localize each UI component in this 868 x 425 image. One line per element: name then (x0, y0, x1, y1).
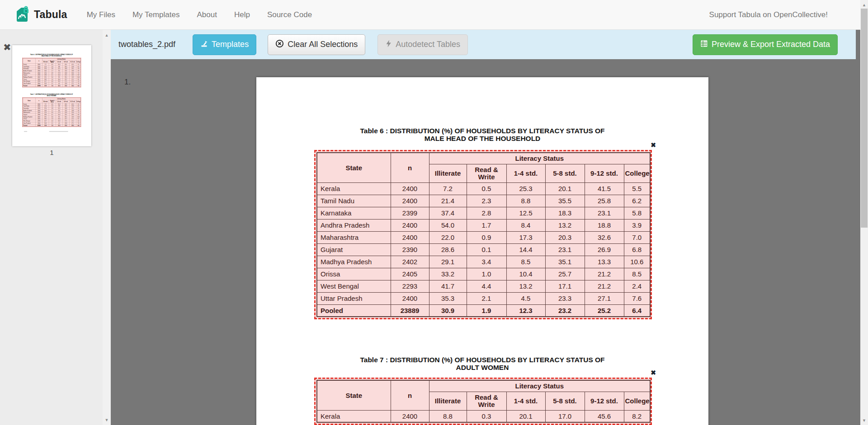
export-button-label: Preview & Export Extracted Data (712, 40, 830, 49)
scrollbar-thumb[interactable] (861, 9, 868, 228)
top-navbar: Tabula My Files My Templates About Help … (0, 0, 868, 30)
selection-box-table7[interactable]: ✖ (314, 378, 652, 425)
templates-button-label: Templates (212, 40, 249, 49)
filename-label: twotables_2.pdf (118, 40, 175, 49)
page-thumbnail-number: 1 (12, 149, 91, 156)
circled-x-icon (275, 39, 284, 50)
window-scrollbar[interactable]: ▲ ▼ (860, 0, 868, 425)
table6-title: Table 6 : DISTRIBUTION (%) OF HOUSEHOLDS… (256, 127, 708, 142)
preview-export-button[interactable]: Preview & Export Extracted Data (693, 34, 838, 55)
nav-item-source-code[interactable]: Source Code (259, 10, 321, 19)
clear-all-selections-button[interactable]: Clear All Selections (268, 34, 365, 55)
remove-page-icon[interactable]: ✖ (3, 42, 11, 53)
table7-title: Table 7 : DISTRIBUTION (%) OF HOUSEHOLDS… (256, 356, 708, 371)
nav-menu: My Files My Templates About Help Source … (78, 10, 321, 19)
sidebar-scrollbar[interactable]: ▲ ▼ (103, 30, 111, 425)
toolbar: twotables_2.pdf Templates Clear All Sele… (111, 30, 856, 59)
support-link[interactable]: Support Tabula on OpenCollective! (709, 10, 828, 19)
table7-region: StatenLiteracy StatusIlliterateRead & Wr… (23, 98, 80, 127)
clear-button-label: Clear All Selections (288, 40, 358, 49)
pdf-page[interactable]: Table 6 : DISTRIBUTION (%) OF HOUSEHOLDS… (256, 77, 708, 425)
spreadsheet-icon (700, 40, 708, 50)
selection-close-icon[interactable]: ✖ (651, 369, 656, 376)
table7-title: Table 7 : DISTRIBUTION (%) OF HOUSEHOLDS… (12, 93, 91, 96)
template-stamp-icon (200, 40, 208, 50)
selection-box-table6[interactable]: ✖ (22, 58, 81, 87)
page-thumbnail[interactable]: Table 6 : DISTRIBUTION (%) OF HOUSEHOLDS… (12, 45, 91, 146)
tabula-pdf-logo-icon (16, 6, 30, 24)
lightning-bolt-icon (385, 40, 392, 50)
nav-item-my-templates[interactable]: My Templates (124, 10, 189, 19)
pdf-viewer: twotables_2.pdf Templates Clear All Sele… (111, 30, 860, 425)
table6-title: Table 6 : DISTRIBUTION (%) OF HOUSEHOLDS… (12, 54, 91, 56)
page-thumbnail-sidebar: ✖ Table 6 : DISTRIBUTION (%) OF HOUSEHOL… (0, 30, 111, 425)
brand[interactable]: Tabula (16, 6, 67, 24)
page-footer-mark (24, 131, 27, 132)
table6-region: StatenLiteracy StatusIlliterateRead & Wr… (316, 152, 650, 317)
nav-item-about[interactable]: About (188, 10, 225, 19)
autodetect-tables-button[interactable]: Autodetect Tables (377, 34, 468, 55)
brand-title: Tabula (34, 9, 67, 21)
templates-button[interactable]: Templates (193, 34, 256, 55)
autodetect-button-label: Autodetect Tables (396, 40, 460, 49)
pdf-page: Table 6 : DISTRIBUTION (%) OF HOUSEHOLDS… (12, 45, 91, 146)
scroll-up-icon[interactable]: ▲ (103, 31, 111, 39)
page-number-marker: 1. (124, 78, 131, 87)
selection-close-icon[interactable]: ✖ (651, 141, 656, 149)
table7-region: StatenLiteracy StatusIlliterateRead & Wr… (316, 380, 650, 423)
nav-item-help[interactable]: Help (226, 10, 259, 19)
table6-region: StatenLiteracy StatusIlliterateRead & Wr… (23, 58, 80, 87)
scroll-down-icon[interactable]: ▼ (860, 416, 868, 424)
scroll-down-icon[interactable]: ▼ (103, 416, 111, 424)
nav-item-my-files[interactable]: My Files (78, 10, 124, 19)
selection-box-table7[interactable]: ✖ (22, 98, 81, 127)
selection-box-table6[interactable]: ✖ (314, 150, 652, 319)
page-footer-mark (49, 131, 68, 132)
scroll-up-icon[interactable]: ▲ (860, 1, 868, 9)
